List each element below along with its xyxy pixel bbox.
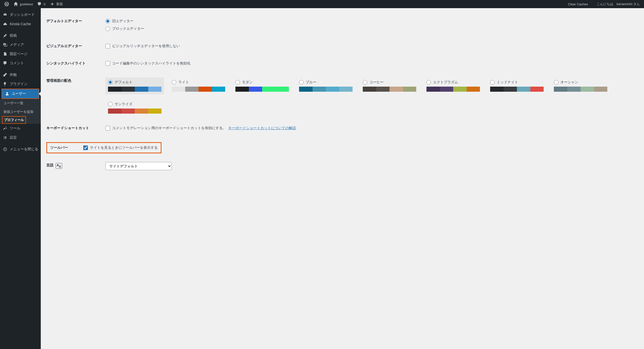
color-scheme-radio[interactable] [363,80,367,85]
checkbox-keyboard-shortcuts[interactable] [105,126,110,130]
checkbox-disable-visual-editor[interactable] [105,44,110,48]
color-scheme-option[interactable]: モダン [233,77,291,94]
user-greeting-link[interactable]: こんにちは、kanaonishi さん [595,0,642,8]
highlight-profile: プロフィール [0,116,41,124]
menu-collapse[interactable]: メニューを閉じる [0,145,41,154]
color-scheme-option[interactable]: オーシャン [551,77,610,94]
menu-appearance[interactable]: 外観 [0,70,41,79]
site-name-link[interactable]: jpsitetest [11,0,35,8]
color-scheme-radio[interactable] [426,80,431,85]
submenu-users-add[interactable]: 新規ユーザーを追加 [0,108,41,116]
color-scheme-option[interactable]: エクトプラズム [424,77,482,94]
color-scheme-name: コーヒー [369,80,384,85]
color-swatches [299,87,353,92]
label-syntax-highlight: シンタックスハイライト [46,56,102,73]
color-swatches [172,87,225,92]
menu-settings[interactable]: 設定 [0,133,41,142]
color-scheme-radio[interactable] [108,102,113,106]
wordpress-icon [4,2,9,7]
menu-plugins[interactable]: プラグイン [0,79,41,89]
submenu-users: ユーザー一覧 新規ユーザーを追加 プロフィール [0,99,41,124]
color-scheme-radio[interactable] [299,80,304,85]
color-scheme-name: オーシャン [560,80,578,85]
color-scheme-radio[interactable] [108,80,113,85]
plus-icon [50,2,55,7]
clear-caches-link[interactable]: Clear Caches [566,0,590,8]
page-icon [3,51,8,57]
radio-block-editor[interactable] [105,26,110,31]
color-scheme-radio[interactable] [490,80,495,85]
checkbox-disable-visual-editor-label: ビジュアルリッチエディターを使用しない [112,44,180,48]
label-keyboard-shortcuts: キーボードショートカット [46,121,102,138]
user-icon [5,91,10,96]
menu-users[interactable]: ユーザー [2,89,39,98]
color-scheme-option[interactable]: ミッドナイト [488,77,546,94]
label-default-editor: デフォルトエディター [46,14,102,38]
dashboard-icon [3,12,8,17]
translation-icon: A文 [56,163,62,169]
color-swatches [363,87,416,92]
highlight-toolbar: ツールバー サイトを見るときにツールバーを表示する [46,142,162,153]
checkbox-show-toolbar-label: サイトを見るときにツールバーを表示する [90,145,158,150]
comments-count: 0 [44,2,45,6]
checkbox-keyboard-shortcuts-label: コメントモデレーション用のキーボードショートカットを有効にする。 [112,126,226,130]
site-name-text: jpsitetest [20,2,33,6]
menu-kinsta-cache[interactable]: Kinsta Cache [0,19,41,29]
color-scheme-name: ミッドナイト [497,80,518,85]
plugin-icon [3,82,8,87]
menu-tools[interactable]: ツール [0,124,41,133]
brush-icon [3,72,8,77]
color-swatches [490,87,544,92]
checkbox-disable-syntax-label: コード編集中のシンタックスハイライトを無効化 [112,61,191,66]
comments-link[interactable]: 0 [35,0,47,8]
color-scheme-option[interactable]: デフォルト [105,77,164,94]
keyboard-shortcuts-help-link[interactable]: キーボードショートカットについての解説 [228,126,296,130]
radio-block-editor-label: ブロックエディター [112,26,144,31]
color-scheme-name: エクトプラズム [433,80,458,85]
svg-point-0 [4,148,7,151]
comment-icon [37,2,42,7]
color-swatches [235,87,289,92]
checkbox-disable-syntax[interactable] [105,61,110,66]
radio-classic-editor[interactable] [105,19,110,23]
admin-toolbar: jpsitetest 0 新規 Clear Caches こんにちは、kanao… [0,0,644,8]
menu-pages[interactable]: 固定ページ [0,49,41,59]
color-scheme-radio[interactable] [554,80,558,85]
tools-icon [3,126,8,131]
new-content-link[interactable]: 新規 [48,0,65,8]
wordpress-logo[interactable] [2,0,11,8]
color-schemes-grid: デフォルトライトモダンブルーコーヒーエクトプラズムミッドナイトオーシャンサンライ… [105,77,636,116]
color-scheme-radio[interactable] [172,80,176,85]
highlight-users: ユーザー [2,89,39,99]
color-scheme-name: モダン [242,80,253,85]
menu-comments[interactable]: コメント [0,59,41,68]
menu-media[interactable]: メディア [0,40,41,49]
color-scheme-name: ブルー [306,80,316,85]
admin-sidebar: ダッシュボード Kinsta Cache 投稿 メディア 固定ページ コメント … [0,8,41,349]
label-toolbar: ツールバー [50,145,68,150]
checkbox-show-toolbar[interactable] [83,145,88,150]
label-color-scheme: 管理画面の配色 [46,73,102,120]
color-scheme-name: サンライズ [115,102,132,106]
color-scheme-radio[interactable] [235,80,240,85]
color-swatches [108,87,162,92]
media-icon [3,42,8,47]
select-language[interactable]: サイトデフォルト [105,162,172,170]
radio-classic-editor-label: 旧エディター [112,19,133,23]
cloud-icon [3,21,8,26]
menu-dashboard[interactable]: ダッシュボード [0,10,41,19]
color-scheme-option[interactable]: ライト [169,77,228,94]
settings-icon [3,135,8,140]
pin-icon [3,33,8,38]
label-language: 言語 A文 [46,158,102,174]
submenu-users-all[interactable]: ユーザー一覧 [0,99,41,108]
collapse-icon [3,147,8,152]
color-scheme-option[interactable]: ブルー [297,77,355,94]
color-scheme-option[interactable]: サンライズ [105,99,164,116]
color-scheme-option[interactable]: コーヒー [360,77,419,94]
new-label: 新規 [56,2,63,6]
color-swatches [426,87,480,92]
home-icon [13,2,18,7]
submenu-users-profile[interactable]: プロフィール [3,117,25,123]
menu-posts[interactable]: 投稿 [0,31,41,40]
